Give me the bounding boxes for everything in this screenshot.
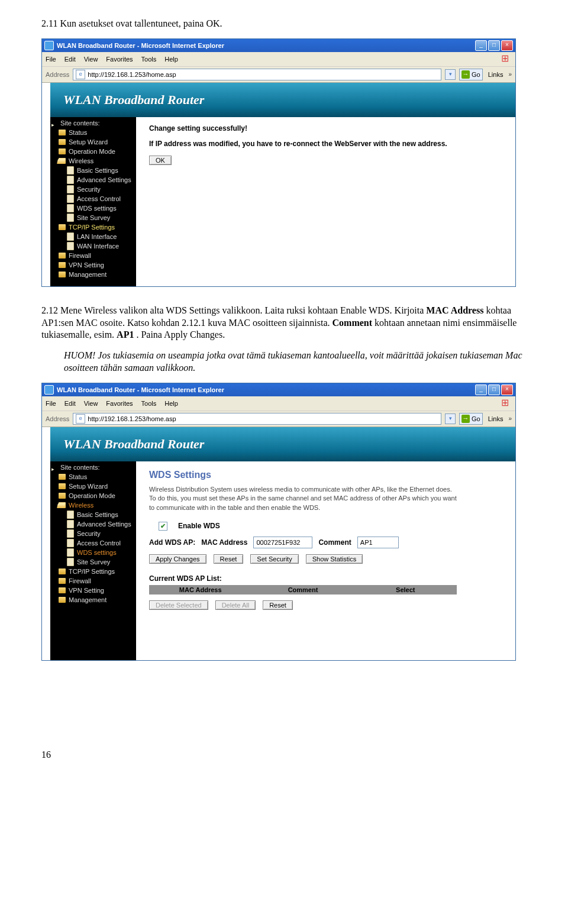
folder-icon — [59, 493, 66, 499]
apply-changes-button[interactable]: Apply Changes — [149, 554, 206, 564]
sidebar-item-vpn[interactable]: VPN Setting — [50, 586, 136, 595]
sidebar-item-operation-mode[interactable]: Operation Mode — [50, 491, 136, 500]
set-security-button[interactable]: Set Security — [250, 554, 298, 564]
sidebar-sub-access-control[interactable]: Access Control — [50, 538, 136, 548]
go-label: Go — [472, 71, 480, 78]
sidebar-sub-basic[interactable]: Basic Settings — [50, 510, 136, 519]
reset-button-2[interactable]: Reset — [263, 600, 293, 610]
sidebar-item-management[interactable]: Management — [50, 595, 136, 605]
sidebar-sub-wan[interactable]: WAN Interface — [50, 241, 136, 251]
sidebar-item-wireless[interactable]: Wireless — [50, 500, 136, 510]
sidebar-head[interactable]: Site contents: — [50, 118, 136, 128]
url-text: http://192.168.1.253/home.asp — [88, 71, 438, 78]
titlebar: WLAN Broadband Router - Microsoft Intern… — [42, 39, 515, 52]
sidebar-item-label: Management — [69, 596, 106, 604]
huom-text: Jos tukiasemia on useampia jotka ovat tä… — [64, 350, 522, 373]
links-chevron-icon[interactable]: » — [508, 415, 512, 422]
folder-icon — [59, 474, 66, 480]
sidebar-item-label: Wireless — [69, 157, 93, 165]
sidebar-item-status[interactable]: Status — [50, 472, 136, 482]
show-statistics-button[interactable]: Show Statistics — [306, 554, 363, 564]
bold-mac-address: MAC Address — [426, 305, 483, 315]
doc-icon — [67, 195, 74, 203]
sidebar-item-setup-wizard[interactable]: Setup Wizard — [50, 137, 136, 147]
links-chevron-icon[interactable]: » — [508, 71, 512, 77]
sidebar-item-setup-wizard[interactable]: Setup Wizard — [50, 482, 136, 491]
menu-tools[interactable]: Tools — [141, 400, 157, 407]
sidebar-item-wireless[interactable]: Wireless — [50, 156, 136, 166]
sidebar-sub-label: WAN Interface — [77, 242, 119, 250]
sidebar-sub-site-survey[interactable]: Site Survey — [50, 213, 136, 222]
sidebar-sub-security[interactable]: Security — [50, 529, 136, 538]
sidebar-sub-access-control[interactable]: Access Control — [50, 194, 136, 203]
sidebar-item-status[interactable]: Status — [50, 128, 136, 137]
sidebar-item-tcpip[interactable]: TCP/IP Settings — [50, 222, 136, 232]
sidebar-sub-advanced[interactable]: Advanced Settings — [50, 175, 136, 185]
mac-input[interactable] — [253, 537, 312, 548]
minimize-button[interactable]: _ — [475, 40, 487, 51]
page-heading: WDS Settings — [149, 470, 505, 480]
address-input[interactable]: e http://192.168.1.253/home.asp — [73, 413, 441, 425]
sidebar-sub-label: WDS settings — [77, 548, 117, 557]
sidebar-item-label: Wireless — [69, 501, 93, 509]
go-button[interactable]: → Go — [459, 69, 483, 80]
menu-favorites[interactable]: Favorites — [106, 400, 133, 407]
sidebar-sub-site-survey[interactable]: Site Survey — [50, 557, 136, 567]
menu-tools[interactable]: Tools — [141, 56, 157, 63]
menu-edit[interactable]: Edit — [64, 400, 76, 407]
address-dropdown[interactable]: ▾ — [445, 413, 456, 424]
enable-wds-label: Enable WDS — [178, 522, 220, 530]
sidebar-sub-label: WDS settings — [77, 204, 117, 212]
menu-view[interactable]: View — [84, 56, 98, 63]
sidebar-sub-wds-active[interactable]: WDS settings — [50, 548, 136, 557]
menu-help[interactable]: Help — [164, 400, 178, 407]
folder-icon — [59, 578, 66, 584]
menu-file[interactable]: File — [46, 400, 56, 407]
address-dropdown[interactable]: ▾ — [445, 69, 456, 80]
sidebar-item-management[interactable]: Management — [50, 270, 136, 279]
sidebar-item-label: Setup Wizard — [69, 138, 108, 146]
sidebar-item-label: Status — [69, 473, 87, 481]
sidebar-item-firewall[interactable]: Firewall — [50, 576, 136, 586]
go-button[interactable]: → Go — [459, 413, 483, 425]
success-message: Change setting successfully! — [149, 124, 505, 133]
minimize-button[interactable]: _ — [475, 385, 487, 395]
menu-favorites[interactable]: Favorites — [106, 56, 133, 63]
ok-button[interactable]: OK — [149, 156, 172, 165]
close-button[interactable]: × — [501, 385, 513, 395]
menu-file[interactable]: File — [46, 56, 56, 63]
links-label[interactable]: Links — [486, 415, 505, 422]
address-input[interactable]: e http://192.168.1.253/home.asp — [73, 69, 441, 80]
sidebar-item-operation-mode[interactable]: Operation Mode — [50, 147, 136, 156]
doc-icon — [67, 176, 74, 184]
sidebar-item-tcpip[interactable]: TCP/IP Settings — [50, 567, 136, 576]
maximize-button[interactable]: □ — [488, 385, 500, 395]
links-label[interactable]: Links — [486, 71, 505, 78]
sidebar-sub-advanced[interactable]: Advanced Settings — [50, 519, 136, 529]
sidebar-head[interactable]: Site contents: — [50, 463, 136, 472]
sidebar-sub-wds[interactable]: WDS settings — [50, 203, 136, 213]
window-title: WLAN Broadband Router - Microsoft Intern… — [57, 386, 224, 393]
sidebar-item-label: VPN Setting — [69, 261, 104, 269]
wds-table: MAC Address Comment Select — [149, 585, 457, 595]
sidebar-item-label: Firewall — [69, 577, 91, 585]
delete-selected-button[interactable]: Delete Selected — [149, 600, 208, 610]
windows-logo-icon — [501, 397, 513, 408]
huom-label: HUOM! — [64, 350, 95, 360]
maximize-button[interactable]: □ — [488, 40, 500, 51]
sidebar-sub-security[interactable]: Security — [50, 185, 136, 194]
url-text: http://192.168.1.253/home.asp — [88, 415, 438, 422]
menu-view[interactable]: View — [84, 400, 98, 407]
sidebar-sub-basic[interactable]: Basic Settings — [50, 166, 136, 175]
paragraph-2-11: 2.11 Kun asetukset ovat tallentuneet, pa… — [41, 18, 527, 30]
comment-input[interactable] — [357, 537, 399, 548]
reset-button[interactable]: Reset — [214, 554, 244, 564]
menu-edit[interactable]: Edit — [64, 56, 76, 63]
close-button[interactable]: × — [501, 40, 513, 51]
sidebar-sub-lan[interactable]: LAN Interface — [50, 232, 136, 241]
enable-wds-checkbox[interactable]: ✔ — [159, 522, 167, 531]
menu-help[interactable]: Help — [164, 56, 178, 63]
sidebar-item-firewall[interactable]: Firewall — [50, 251, 136, 260]
delete-all-button[interactable]: Delete All — [215, 600, 256, 610]
sidebar-item-vpn[interactable]: VPN Setting — [50, 260, 136, 270]
